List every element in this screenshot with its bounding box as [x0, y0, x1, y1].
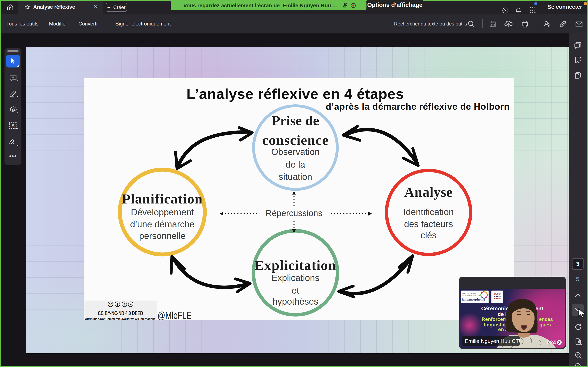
- svg-text:CC: CC: [109, 303, 112, 305]
- svg-text:A: A: [11, 123, 15, 128]
- svg-text:=: =: [130, 302, 132, 306]
